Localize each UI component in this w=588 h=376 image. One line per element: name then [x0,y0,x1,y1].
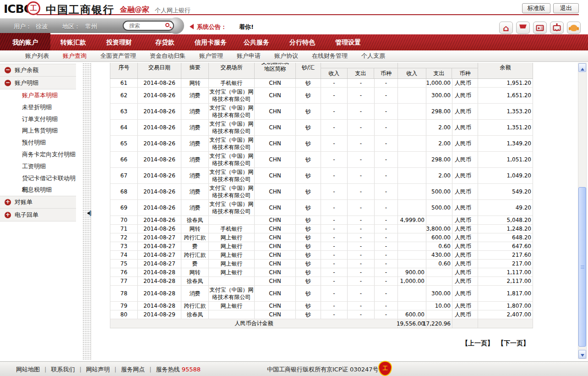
footer-separator: | [44,366,46,373]
vertical-scrollbar[interactable] [578,63,587,359]
exit-button[interactable]: 退出 [553,3,579,13]
table-cell: 钞 [296,152,321,167]
subnav-item-1[interactable]: 账户查询 [63,50,87,61]
icp-license: 京ICP证 030247号 [327,365,379,374]
table-row: 782014-08-28消费支付宝（中国）网络技术有限公司CHN钞---300.… [110,286,533,302]
table-cell: 2014-08-26 [138,120,181,135]
next-page-link[interactable]: 【下一页】 [497,339,529,348]
table-cell: 1,951.20 [478,79,533,87]
subnav-item-3[interactable]: 资金自动归集 [150,50,185,61]
nav-tab-2[interactable]: 投资理财 [96,34,142,50]
table-cell: - [348,184,375,199]
nav-tab-0[interactable]: 我的账户 [0,33,50,50]
table-cell: 2014-08-26 [138,225,181,233]
subnav-item-7[interactable]: 在线财务管理 [312,50,348,61]
subnav-item-4[interactable]: 账户管理 [199,50,223,61]
table-cell: - [375,136,398,151]
nav-tab-6[interactable]: 分行特色 [279,34,325,50]
table-cell: - [375,184,398,199]
sidebar-menu: −账户余额−账户明细账户基本明细未登折明细订单支付明细网上售货明细预付明细商务卡… [0,64,76,221]
table-cell: - [348,152,375,167]
table-cell: - [321,168,348,183]
scrollbar-thumb[interactable] [578,187,586,347]
table-cell: - [321,268,348,276]
footer-link[interactable]: 联系我们 [51,366,75,373]
table-cell: 支付宝（中国）网络技术有限公司 [209,152,255,167]
table-cell: 2014-08-26 [138,168,181,183]
nav-tab-5[interactable]: 公共服务 [234,34,279,50]
table-cell: 支付宝（中国）网络技术有限公司 [209,200,255,216]
table-cell: 2014-08-26 [138,104,181,119]
inbox-button[interactable] [550,22,564,34]
nav-tab-3[interactable]: 存贷款 [142,34,188,50]
table-cell: 217.00 [478,260,533,268]
table-cell: - [375,79,398,87]
table-row: 762014-08-28网转网上银行CHN钞---900.00人民币1,117.… [110,268,533,277]
subnav-item-6[interactable]: 账户协议 [274,50,298,61]
table-cell: 2014-08-28 [138,268,181,276]
table-cell: 1,349.20 [478,136,533,151]
table-cell: 支付宝（中国）网络技术有限公司 [209,136,255,151]
table-cell [398,152,426,167]
sidebar-item-3[interactable]: 网上售货明细 [0,125,76,137]
footer-link[interactable]: 服务网点 [121,366,145,373]
sidebar-group-1[interactable]: −账户明细 [0,77,76,89]
subnav-item-5[interactable]: 账户申请 [237,50,261,61]
cart-button[interactable] [516,22,530,34]
sidebar-item-1[interactable]: 未登折明细 [0,101,76,113]
table-cell: - [348,200,375,216]
table-cell: - [348,233,375,242]
nav-tab-1[interactable]: 转账汇款 [50,34,96,50]
footer-link[interactable]: 网站地图 [16,366,40,373]
table-cell: 网转 [181,268,209,276]
sidebar-item-0[interactable]: 账户基本明细 [0,89,76,101]
table-cell: - [321,233,348,242]
table-cell: 0.60 [426,242,452,250]
headset-button[interactable] [567,22,581,34]
table-cell: 钞 [296,277,321,285]
nav-tab-4[interactable]: 信用卡服务 [188,34,234,50]
sidebar-item-5[interactable]: 商务卡定向支付明细 [0,149,76,160]
scroll-up-icon[interactable] [578,63,586,72]
table-cell: - [321,184,348,199]
announcement-label: 系统公告： [197,23,227,31]
table-cell: 2014-08-28 [138,286,181,301]
table-cell: 跨行汇款 [181,233,209,242]
table-cell: - [321,286,348,301]
table-cell: 人民币 [452,216,478,224]
table-cell: 消费 [181,152,209,167]
search-input[interactable] [129,22,161,29]
table-cell: 72 [110,233,138,242]
table-cell: 298.00 [426,152,452,167]
table-cell: 900.00 [398,268,426,276]
prev-page-link[interactable]: 【上一页】 [462,339,494,348]
sidebar-item-7[interactable]: 贷记卡借记卡联动明细 [0,172,76,184]
nav-tab-7[interactable]: 管理设置 [325,34,371,50]
sidebar-item-8[interactable]: 利息税明细 [0,184,76,196]
table-body: 612014-08-26网转手机银行CHN钞---1,000.00人民币1,95… [110,79,533,319]
table-cell: CHN [255,268,296,276]
table-cell: 消费 [181,104,209,119]
contacts-button[interactable] [533,22,547,34]
sidebar-item-2[interactable]: 订单支付明细 [0,113,76,125]
sidebar-group-0[interactable]: −账户余额 [0,64,76,77]
sidebar-group-2[interactable]: +对账单 [0,196,76,209]
scroll-down-icon[interactable] [578,350,586,359]
subnav-item-0[interactable]: 账户列表 [25,50,49,61]
sidebar-group-3[interactable]: +电子回单 [0,209,76,221]
footer-link[interactable]: 网站声明 [86,366,110,373]
sidebar-item-6[interactable]: 工资明细 [0,160,76,172]
footer-links: 网站地图|联系我们|网站声明|服务网点|服务热线 95588 [16,365,201,374]
standard-version-button[interactable]: 标准版 [522,3,550,13]
sidebar-item-4[interactable]: 预付明细 [0,137,76,149]
sidebar-sublist: 账户基本明细未登折明细订单支付明细网上售货明细预付明细商务卡定向支付明细工资明细… [0,89,76,196]
table-row: 652014-08-26消费支付宝（中国）网络技术有限公司CHN钞---2.00… [110,136,533,152]
search-box[interactable] [123,21,174,31]
search-icon[interactable] [165,23,169,27]
table-cell: - [321,242,348,250]
table-row: 732014-08-27费网上银行CHN钞---0.60人民币647.60 [110,242,533,251]
home-button[interactable]: ⌂ [499,22,513,34]
subnav-item-2[interactable]: 全面资产管理 [100,50,136,61]
table-cell: 支付宝（中国）网络技术有限公司 [209,184,255,199]
subnav-item-8[interactable]: 个人支票 [361,50,385,61]
